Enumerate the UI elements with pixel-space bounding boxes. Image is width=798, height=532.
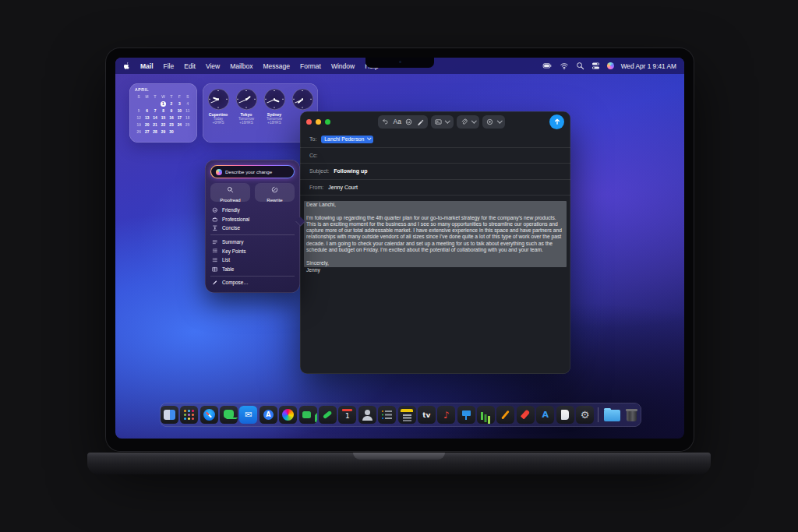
menu-bar-clock[interactable]: Wed Apr 1 9:41 AM [621,62,676,70]
photo-background: MailFileEditViewMailboxMessageFormatWind… [0,0,798,532]
wt-item-summary[interactable]: Summary [210,238,295,247]
keynote-dock-icon[interactable] [457,406,475,424]
reminders-dock-icon[interactable] [378,406,396,424]
menu-item-view[interactable]: View [206,62,220,70]
clock-offset-label: +16HRS [239,121,253,125]
wt-button-proofread[interactable]: Proofread [210,183,250,202]
calendar-date: 4 [184,101,192,107]
screen: MailFileEditViewMailboxMessageFormatWind… [115,58,684,439]
phone-dock-icon[interactable] [319,406,337,424]
menu-item-message[interactable]: Message [263,62,290,70]
wt-item-friendly[interactable]: Friendly [210,206,295,215]
minimize-button[interactable] [316,119,321,125]
clock-ticks [245,90,246,91]
wt-button-rewrite[interactable]: Rewrite [255,183,295,202]
calendar-widget[interactable]: APRIL SMTWTFS123456789101112131415161718… [129,83,197,143]
calendar-date: 12 [135,115,143,122]
launchpad-dock-icon[interactable] [180,406,198,424]
wt-item-key-points[interactable]: Key Points [210,246,295,255]
send-button[interactable] [549,115,564,129]
facetime-dock-icon[interactable] [299,406,317,424]
attachment-button[interactable] [457,115,479,129]
notes-dock-icon[interactable] [398,406,416,424]
clock-face [264,89,285,110]
message-body[interactable]: Dear Lanchi, I’m following up regarding … [300,196,570,279]
calendar-date: 19 [135,122,143,129]
calendar-dock-icon[interactable] [338,406,356,424]
menu-item-mailbox[interactable]: Mailbox [230,62,252,70]
numbers-dock-icon[interactable] [477,406,495,424]
search-icon[interactable] [576,62,584,70]
concise-icon [212,225,218,231]
writing-tools-icon[interactable] [417,118,424,125]
camera-dot [399,61,401,63]
battery-icon[interactable] [542,62,553,70]
rocket-dock-icon[interactable] [517,406,535,424]
apple-menu-icon[interactable] [123,62,130,70]
developer-dock-icon[interactable] [536,406,554,424]
media-picker-button[interactable] [431,115,454,129]
list-icon [212,257,218,263]
menu-item-window[interactable]: Window [331,62,355,70]
to-field[interactable]: To: Lanchi Pederson [300,132,570,148]
calendar-date: 21 [151,122,159,129]
calendar-date: 27 [143,129,150,136]
calendar-date: 10 [175,108,183,115]
chevron-down-icon [445,118,450,122]
wt-item-table[interactable]: Table [210,265,295,274]
subject-field[interactable]: Subject: Following up [300,164,570,180]
wt-item-label: Table [222,266,234,272]
cc-field[interactable]: Cc: [300,148,570,164]
calendar-date: 23 [168,122,175,129]
menu-item-mail[interactable]: Mail [140,62,154,70]
clock-ticks [217,90,218,91]
zoom-button[interactable] [325,119,330,125]
tv-dock-icon[interactable] [418,406,436,424]
mail-dock-icon[interactable] [239,406,257,424]
wt-item-professional[interactable]: Professional [210,215,295,224]
closing-line: Sincerely, [306,260,564,266]
photos-dock-icon[interactable] [279,406,297,424]
format-icon[interactable]: Aa [394,118,401,125]
system-settings-dock-icon[interactable] [576,406,594,424]
calendar-day-header: T [168,94,175,100]
app-store-dock-icon[interactable] [260,406,277,424]
menu-item-file[interactable]: File [164,62,175,70]
traffic-lights [306,119,330,125]
describe-change-input[interactable]: Describe your change [210,165,295,178]
recipient-token[interactable]: Lanchi Pederson [321,136,373,143]
keypoints-icon [212,248,218,254]
calendar-date: 25 [184,122,192,129]
control-center-icon[interactable] [591,62,600,70]
from-field[interactable]: From: Jenny Court [300,180,570,196]
selected-text: Dear Lanchi, I’m following up regarding … [304,201,567,267]
safari-dock-icon[interactable] [200,406,218,424]
undo-icon[interactable] [382,118,389,125]
pages-dock-icon[interactable] [496,406,514,424]
finder-dock-icon[interactable] [161,406,178,424]
contacts-dock-icon[interactable] [358,406,376,424]
books-dock-icon[interactable] [556,406,574,424]
menu-item-edit[interactable]: Edit [184,62,196,70]
calendar-date: 14 [151,115,159,122]
calendar-date: 8 [159,108,167,115]
wt-item-concise[interactable]: Concise [210,224,295,233]
minute-hand [239,99,247,103]
calendar-date: 11 [184,108,192,115]
emoji-icon[interactable] [405,118,412,125]
music-dock-icon[interactable] [437,406,455,424]
downloads-folder-dock-icon[interactable] [603,406,621,424]
insert-menu-button[interactable] [482,115,505,129]
wifi-icon[interactable] [560,62,569,70]
subject-value: Following up [334,168,367,174]
calendar-date [151,101,159,107]
wt-item-list[interactable]: List [210,255,295,265]
menu-item-format[interactable]: Format [300,62,321,70]
siri-icon[interactable] [607,62,614,69]
wt-item-compose-[interactable]: Compose… [210,278,295,287]
close-button[interactable] [306,119,312,125]
trash-dock-icon[interactable] [623,406,641,424]
calendar-date: 22 [159,122,167,129]
messages-dock-icon[interactable] [220,406,238,424]
calendar-day-header: W [159,94,167,100]
